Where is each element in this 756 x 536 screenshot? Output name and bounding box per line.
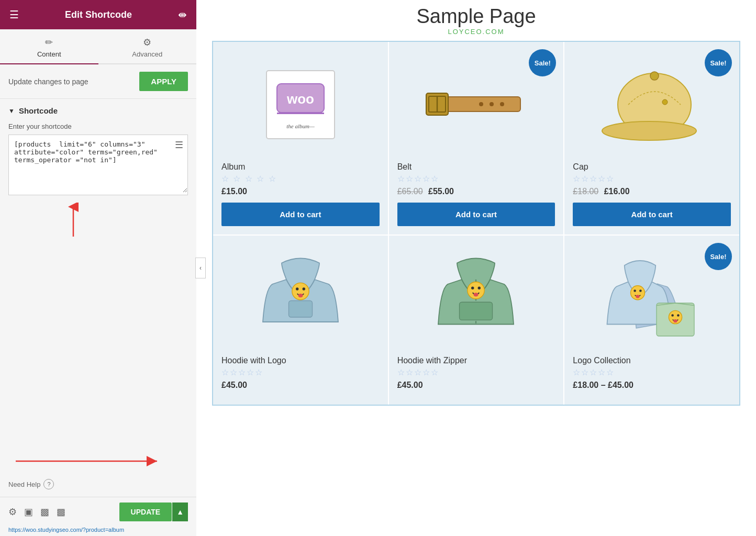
page-title: Sample Page xyxy=(212,0,740,28)
album-svg: woo the album— xyxy=(264,68,337,141)
tablet-icon[interactable]: ▩ xyxy=(40,506,49,518)
svg-rect-25 xyxy=(460,302,493,320)
svg-point-9 xyxy=(490,102,494,106)
svg-point-32 xyxy=(634,289,637,292)
svg-point-33 xyxy=(639,289,642,292)
old-price-belt: £65.00 xyxy=(397,187,423,196)
product-name-logo-collection: Logo Collection xyxy=(573,356,630,365)
svg-text:woo: woo xyxy=(286,91,314,107)
mobile-icon[interactable]: ▩ xyxy=(57,506,65,518)
svg-point-28 xyxy=(478,287,481,289)
belt-svg xyxy=(424,73,528,136)
product-card-cap: Sale! Cap ☆☆☆☆☆ xyxy=(564,42,739,234)
product-stars-hoodie-logo: ☆☆☆☆☆ xyxy=(221,367,263,377)
product-price-cap: £18.00 £16.00 xyxy=(573,187,629,196)
apply-row: Update changes to page APPLY xyxy=(0,64,196,99)
products-grid: woo the album— Album ☆ ☆ ☆ ☆ ☆ £15.00 Ad… xyxy=(212,41,740,406)
add-to-cart-belt[interactable]: Add to cart xyxy=(397,203,555,226)
update-button[interactable]: UPDATE xyxy=(119,502,172,521)
product-name-belt: Belt xyxy=(397,162,412,172)
shortcode-textarea[interactable]: [products limit="6" columns="3" attribut… xyxy=(9,135,187,193)
old-price-cap: £18.00 xyxy=(573,187,598,196)
tab-advanced[interactable]: ⚙ Advanced xyxy=(98,29,197,63)
grid-icon[interactable]: ⇼ xyxy=(178,8,187,21)
star-empty-2: ☆ xyxy=(233,174,241,183)
need-help-label: Need Help xyxy=(8,481,40,488)
sidebar: ☰ Edit Shortcode ⇼ ✏ Content ⚙ Advanced … xyxy=(0,0,196,536)
help-icon[interactable]: ? xyxy=(43,479,54,489)
svg-point-10 xyxy=(479,102,483,106)
current-price-belt: £55.00 xyxy=(428,187,454,196)
product-image-hoodie-zipper xyxy=(397,246,555,351)
svg-point-17 xyxy=(662,99,668,105)
current-price-cap: £16.00 xyxy=(604,187,630,196)
product-card-hoodie-zipper: Hoodie with Zipper ☆☆☆☆☆ £45.00 xyxy=(389,236,564,405)
sale-badge-belt: Sale! xyxy=(529,49,556,76)
update-arrow-button[interactable]: ▲ xyxy=(172,502,188,521)
svg-rect-18 xyxy=(288,301,312,318)
product-card-belt: Sale! Belt ☆☆☆☆☆ xyxy=(389,42,564,234)
tab-content-label: Content xyxy=(37,50,61,58)
svg-point-15 xyxy=(602,121,696,140)
shortcode-title: Shortcode xyxy=(19,106,58,115)
url-bar: https://woo.studyingseo.com/?product=alb… xyxy=(8,526,205,535)
product-card-album: woo the album— Album ☆ ☆ ☆ ☆ ☆ £15.00 Ad… xyxy=(213,42,388,234)
star-empty-1: ☆ xyxy=(221,174,230,183)
shortcode-input-label: Enter your shortcode xyxy=(8,122,188,130)
sidebar-tabs: ✏ Content ⚙ Advanced xyxy=(0,29,196,64)
hamburger-icon[interactable]: ☰ xyxy=(9,8,19,21)
add-to-cart-album[interactable]: Add to cart xyxy=(221,203,380,226)
logo-collection-svg xyxy=(599,251,704,345)
product-stars-cap: ☆☆☆☆☆ xyxy=(573,174,615,184)
product-price-album: £15.00 xyxy=(221,187,247,196)
main-content: Sample Page LOYCEO.COM woo the album— Al… xyxy=(196,0,756,536)
pencil-icon: ✏ xyxy=(45,37,53,48)
sidebar-title: Edit Shortcode xyxy=(65,9,132,20)
svg-point-38 xyxy=(674,319,677,322)
product-image-hoodie-logo xyxy=(221,246,380,351)
product-stars-album: ☆ ☆ ☆ ☆ ☆ xyxy=(221,174,277,184)
product-price-hoodie-logo: £45.00 xyxy=(221,381,247,390)
svg-point-34 xyxy=(636,295,640,298)
svg-point-27 xyxy=(471,287,474,289)
svg-point-16 xyxy=(650,72,659,80)
red-right-arrow-svg xyxy=(10,451,168,472)
responsive-icon[interactable]: ▣ xyxy=(24,506,33,518)
svg-point-8 xyxy=(500,102,504,106)
product-price-belt: £65.00 £55.00 xyxy=(397,187,454,196)
product-name-hoodie-logo: Hoodie with Logo xyxy=(221,356,286,365)
star-empty-3: ☆ xyxy=(245,174,253,183)
collapse-arrow-icon: ▼ xyxy=(8,107,15,115)
product-name-cap: Cap xyxy=(573,162,588,172)
tab-advanced-label: Advanced xyxy=(132,50,162,58)
product-card-logo-collection: Sale! xyxy=(564,236,739,405)
settings-icon[interactable]: ⚙ xyxy=(8,506,17,518)
product-name-hoodie-zipper: Hoodie with Zipper xyxy=(397,356,467,365)
apply-button[interactable]: APPLY xyxy=(139,72,188,91)
sidebar-footer: ⚙ ▣ ▩ ▩ UPDATE ▲ xyxy=(0,497,196,527)
product-price-logo-collection: £18.00 – £45.00 xyxy=(573,381,633,390)
add-to-cart-cap[interactable]: Add to cart xyxy=(573,203,731,226)
product-stars-logo-collection: ☆☆☆☆☆ xyxy=(573,367,615,377)
hoodie-zipper-svg xyxy=(429,251,523,345)
product-stars-hoodie-zipper: ☆☆☆☆☆ xyxy=(397,367,439,377)
shortcode-db-icon[interactable]: ☰ xyxy=(175,139,183,151)
product-stars-belt: ☆☆☆☆☆ xyxy=(397,174,439,184)
tab-content[interactable]: ✏ Content xyxy=(0,29,98,63)
svg-point-20 xyxy=(296,287,298,290)
svg-text:the album—: the album— xyxy=(286,123,315,129)
star-empty-4: ☆ xyxy=(257,174,265,183)
gear-icon: ⚙ xyxy=(143,37,151,48)
svg-point-21 xyxy=(302,287,305,290)
svg-point-36 xyxy=(672,314,674,317)
collapse-sidebar-button[interactable]: ‹ xyxy=(195,258,206,278)
shortcode-input-wrapper: [products limit="6" columns="3" attribut… xyxy=(8,135,188,195)
sidebar-header: ☰ Edit Shortcode ⇼ xyxy=(0,0,196,29)
product-name-album: Album xyxy=(221,162,245,172)
svg-point-22 xyxy=(298,294,303,297)
star-empty-5: ☆ xyxy=(269,174,277,183)
product-card-hoodie-logo: Hoodie with Logo ☆☆☆☆☆ £45.00 xyxy=(213,236,388,405)
product-image-album: woo the album— xyxy=(221,52,380,157)
hoodie-logo-svg xyxy=(253,251,348,345)
svg-point-29 xyxy=(474,293,479,296)
